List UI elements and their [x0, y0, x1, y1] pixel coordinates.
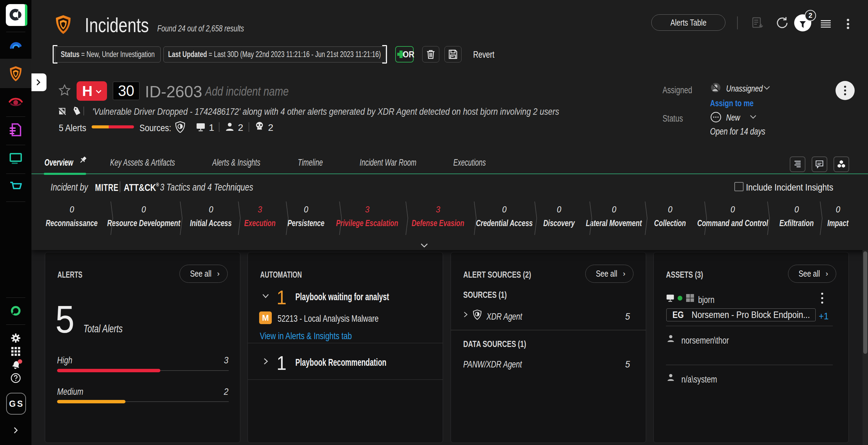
svg-text:OR: OR [403, 50, 415, 59]
